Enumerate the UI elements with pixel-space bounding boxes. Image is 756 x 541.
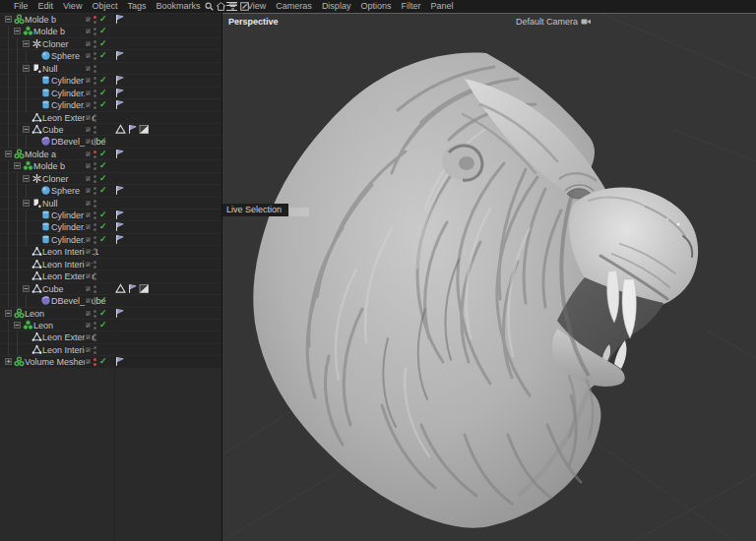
visibility-dots[interactable] xyxy=(94,76,97,86)
layer-checkbox[interactable]: ✓ xyxy=(85,200,92,207)
visibility-dots[interactable] xyxy=(94,260,97,270)
flag-tag-icon[interactable] xyxy=(127,283,138,294)
menu-item-tags[interactable]: Tags xyxy=(122,0,151,13)
collapse-icon[interactable]: − xyxy=(5,310,12,317)
tree-row-leon-interior[interactable]: Leon Interior✓ xyxy=(0,344,221,355)
polygon-object-icon[interactable] xyxy=(32,344,42,355)
object-label[interactable]: Cloner xyxy=(42,174,69,184)
flag-tag-icon[interactable] xyxy=(114,99,125,110)
visibility-dots[interactable] xyxy=(94,357,97,367)
enabled-check-icon[interactable]: ✓ xyxy=(99,50,107,61)
collapse-icon[interactable]: − xyxy=(14,322,21,329)
enabled-check-icon[interactable]: ✓ xyxy=(99,185,107,196)
visibility-dots[interactable] xyxy=(94,51,97,61)
object-label[interactable]: Molde b xyxy=(25,15,56,25)
collapse-icon[interactable]: − xyxy=(14,162,21,169)
menu-item-object[interactable]: Object xyxy=(87,0,122,13)
texture-tag-icon[interactable] xyxy=(139,283,150,294)
enabled-check-icon[interactable]: ✓ xyxy=(99,308,107,319)
cylinder-object-icon[interactable] xyxy=(40,210,51,220)
tree-row-cylinder-1[interactable]: Cylinder.1✓✓ xyxy=(0,88,221,98)
menu-item-view[interactable]: View xyxy=(242,0,271,13)
expand-icon[interactable]: + xyxy=(5,358,12,365)
enabled-check-icon[interactable]: ✓ xyxy=(99,75,107,86)
generator-outline-object-icon[interactable] xyxy=(14,14,25,25)
tree-row-cloner[interactable]: −Cloner✓✓ xyxy=(0,173,221,184)
visibility-dots[interactable] xyxy=(94,39,97,49)
object-label[interactable]: Volume Mesher xyxy=(25,357,87,367)
flag-tag-icon[interactable] xyxy=(114,234,125,245)
visibility-dots[interactable] xyxy=(94,100,97,110)
menu-item-edit[interactable]: Edit xyxy=(33,0,59,13)
collapse-icon[interactable]: − xyxy=(23,285,30,292)
enabled-check-icon[interactable]: ✓ xyxy=(99,14,107,25)
null-object-icon[interactable] xyxy=(32,198,42,209)
enabled-check-icon[interactable]: ✓ xyxy=(99,210,107,220)
layer-checkbox[interactable]: ✓ xyxy=(85,90,92,96)
visibility-dots[interactable] xyxy=(94,199,97,209)
tree-row-leon-exterior[interactable]: Leon Exterior✓ xyxy=(0,331,221,342)
visibility-dots[interactable] xyxy=(94,150,97,159)
layer-checkbox[interactable]: ✓ xyxy=(85,126,92,133)
tree-row-cloner[interactable]: −Cloner✓✓ xyxy=(0,38,221,49)
layer-checkbox[interactable]: ✓ xyxy=(85,65,92,72)
visibility-dots[interactable] xyxy=(94,137,97,147)
tree-row-cylinder-2[interactable]: Cylinder.2✓✓ xyxy=(0,99,221,110)
sphere-object-icon[interactable] xyxy=(40,185,51,196)
collapse-icon[interactable]: − xyxy=(23,175,30,182)
layer-checkbox[interactable]: ✓ xyxy=(85,223,92,230)
tree-row-leon-exterior[interactable]: Leon Exterior✓ xyxy=(0,112,221,123)
sphere-object-icon[interactable] xyxy=(40,50,51,61)
layer-checkbox[interactable]: ✓ xyxy=(85,114,92,121)
tree-row-leon-exterior[interactable]: Leon Exterior✓ xyxy=(0,270,221,281)
tree-row-leon[interactable]: −Leon✓✓ xyxy=(0,320,221,331)
tree-row-cylinder-1[interactable]: Cylinder.1✓✓ xyxy=(0,221,221,232)
warning-tag-icon[interactable] xyxy=(115,283,126,294)
tree-row-cube[interactable]: −Cube✓ xyxy=(0,283,221,294)
object-label[interactable]: Null xyxy=(42,64,58,74)
layer-checkbox[interactable]: ✓ xyxy=(85,211,92,218)
texture-tag-icon[interactable] xyxy=(139,124,150,135)
layer-checkbox[interactable]: ✓ xyxy=(85,297,92,304)
enabled-check-icon[interactable]: ✓ xyxy=(99,295,107,306)
viewport-view-label[interactable]: Perspective xyxy=(228,17,279,27)
tree-row-sphere[interactable]: Sphere✓✓ xyxy=(0,185,221,196)
visibility-dots[interactable] xyxy=(94,113,97,123)
visibility-dots[interactable] xyxy=(94,247,97,257)
layer-checkbox[interactable]: ✓ xyxy=(85,175,92,182)
visibility-dots[interactable] xyxy=(94,174,97,184)
object-label[interactable]: Sphere xyxy=(51,186,80,196)
collapse-icon[interactable]: − xyxy=(5,16,12,23)
generator-outline-object-icon[interactable] xyxy=(14,356,25,367)
enabled-check-icon[interactable]: ✓ xyxy=(99,136,107,147)
visibility-dots[interactable] xyxy=(94,64,97,74)
collapse-icon[interactable]: − xyxy=(5,150,12,157)
visibility-dots[interactable] xyxy=(94,210,97,220)
tree-row-null[interactable]: −Null✓ xyxy=(0,63,221,74)
polygon-object-icon[interactable] xyxy=(32,331,42,342)
polygon-object-icon[interactable] xyxy=(32,112,42,123)
visibility-dots[interactable] xyxy=(94,125,97,135)
flag-tag-icon[interactable] xyxy=(114,221,125,232)
polygon-object-icon[interactable] xyxy=(32,124,42,135)
layer-checkbox[interactable]: ✓ xyxy=(85,101,92,108)
flag-tag-icon[interactable] xyxy=(114,75,125,86)
collapse-icon[interactable]: − xyxy=(23,65,30,72)
search-icon[interactable] xyxy=(205,2,214,11)
layer-checkbox[interactable]: ✓ xyxy=(85,310,92,317)
tree-row-leon-interior-1[interactable]: Leon Interior.1✓ xyxy=(0,246,221,257)
tree-row-molde-b[interactable]: −Molde b✓✓ xyxy=(0,26,221,36)
visibility-dots[interactable] xyxy=(94,321,97,331)
object-label[interactable]: Molde b xyxy=(33,27,65,36)
visibility-dots[interactable] xyxy=(94,271,97,281)
object-label[interactable]: Cloner xyxy=(42,39,69,49)
visibility-dots[interactable] xyxy=(94,296,97,306)
tree-row-cylinder[interactable]: Cylinder✓✓ xyxy=(0,75,221,86)
object-label[interactable]: Molde a xyxy=(25,150,56,159)
generator-outline-object-icon[interactable] xyxy=(14,308,25,319)
enabled-check-icon[interactable]: ✓ xyxy=(99,26,107,36)
polygon-object-icon[interactable] xyxy=(32,259,42,270)
polygon-object-icon[interactable] xyxy=(32,246,42,257)
viewport-hamburger-menu-icon[interactable] xyxy=(226,2,237,11)
polygon-object-icon[interactable] xyxy=(32,270,42,281)
